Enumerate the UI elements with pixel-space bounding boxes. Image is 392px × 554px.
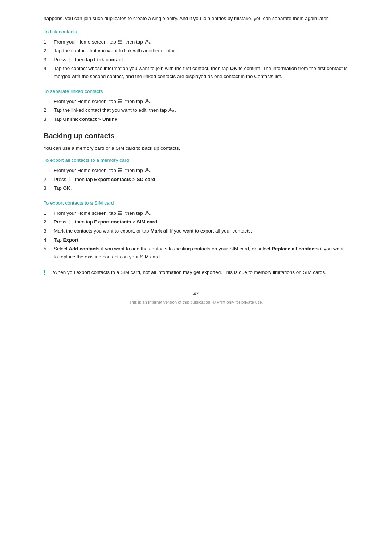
export-memory-card-list: 1 From your Home screen, tap , then tap … <box>44 167 348 192</box>
footer-text: This is an Internet version of this publ… <box>44 300 348 304</box>
list-item: 4 Tap Export. <box>44 236 348 244</box>
step-number: 3 <box>44 56 54 64</box>
list-item: 4 Tap the contact whose information you … <box>44 65 348 80</box>
step-content: Press ⋮, then tap Export contacts > SD c… <box>54 176 348 184</box>
export-sim-card-list: 1 From your Home screen, tap , then tap … <box>44 209 348 261</box>
step-number: 3 <box>44 184 54 192</box>
person-icon <box>144 98 150 104</box>
list-item: 1 From your Home screen, tap , then tap … <box>44 98 348 106</box>
intro-text: happens, you can join such duplicates to… <box>44 15 348 22</box>
list-item: 3 Press ⋮, then tap Link contact. <box>44 56 348 64</box>
menu-icon: ⋮ <box>68 57 72 62</box>
note-block: ! When you export contacts to a SIM card… <box>44 268 348 276</box>
list-item: 3 Tap Unlink contact > Unlink. <box>44 115 348 123</box>
step-number: 2 <box>44 47 54 55</box>
svg-point-3 <box>172 110 174 112</box>
step-number: 1 <box>44 209 54 217</box>
separate-contacts-list: 1 From your Home screen, tap , then tap … <box>44 98 348 123</box>
note-icon: ! <box>44 269 50 276</box>
export-memory-card-heading: To export all contacts to a memory card <box>44 157 348 163</box>
step-number: 4 <box>44 65 54 80</box>
step-number: 2 <box>44 218 54 226</box>
step-content: From your Home screen, tap , then tap . <box>54 38 348 46</box>
person-icon <box>144 167 150 173</box>
svg-point-1 <box>146 99 148 101</box>
person-icon <box>144 210 150 216</box>
separate-contacts-heading: To separate linked contacts <box>44 89 348 94</box>
list-item: 2 Tap the contact that you want to link … <box>44 47 348 55</box>
link-contacts-list: 1 From your Home screen, tap , then tap … <box>44 38 348 81</box>
step-content: Tap the contact that you want to link wi… <box>54 47 348 55</box>
step-content: Press ⋮, then tap Link contact. <box>54 56 348 64</box>
list-item: 2 Press ⋮, then tap Export contacts > SD… <box>44 176 348 184</box>
grid-icon <box>118 99 122 103</box>
step-number: 3 <box>44 115 54 123</box>
grid-icon <box>118 168 122 172</box>
step-content: Press ⋮, then tap Export contacts > SIM … <box>54 218 348 226</box>
svg-point-0 <box>146 40 148 42</box>
step-number: 2 <box>44 106 54 114</box>
list-item: 3 Tap OK. <box>44 184 348 192</box>
svg-point-6 <box>146 211 148 213</box>
step-number: 4 <box>44 236 54 244</box>
person-icon <box>144 39 150 45</box>
step-content: Tap the contact whose information you wa… <box>54 65 348 80</box>
step-number: 5 <box>44 245 54 260</box>
list-item: 2 Press ⋮, then tap Export contacts > SI… <box>44 218 348 226</box>
step-content: Tap Unlink contact > Unlink. <box>54 115 348 123</box>
step-number: 3 <box>44 227 54 235</box>
backing-up-heading: Backing up contacts <box>44 132 348 140</box>
list-item: 2 Tap the linked contact that you want t… <box>44 106 348 114</box>
svg-point-2 <box>170 108 171 110</box>
grid-icon <box>118 40 122 44</box>
export-sim-card-section: To export contacts to a SIM card 1 From … <box>44 200 348 261</box>
list-item: 1 From your Home screen, tap , then tap … <box>44 38 348 46</box>
step-content: Tap OK. <box>54 184 348 192</box>
export-memory-card-section: To export all contacts to a memory card … <box>44 157 348 192</box>
list-item: 3 Mark the contacts you want to export, … <box>44 227 348 235</box>
backing-up-intro: You can use a memory card or a SIM card … <box>44 144 348 152</box>
list-item: 1 From your Home screen, tap , then tap … <box>44 167 348 175</box>
step-number: 1 <box>44 38 54 46</box>
link-contacts-heading: To link contacts <box>44 29 348 34</box>
backing-up-section: Backing up contacts You can use a memory… <box>44 132 348 152</box>
step-content: From your Home screen, tap , then tap . <box>54 209 348 217</box>
page-number: 47 <box>44 291 348 296</box>
note-text: When you export contacts to a SIM card, … <box>53 268 326 276</box>
list-item: 5 Select Add contacts if you want to add… <box>44 245 348 260</box>
step-content: From your Home screen, tap , then tap . <box>54 98 348 106</box>
separate-contacts-section: To separate linked contacts 1 From your … <box>44 89 348 123</box>
svg-point-5 <box>146 168 148 170</box>
step-number: 2 <box>44 176 54 184</box>
person-link-icon <box>168 107 175 113</box>
step-number: 1 <box>44 98 54 106</box>
link-contacts-section: To link contacts 1 From your Home screen… <box>44 29 348 81</box>
step-content: Tap the linked contact that you want to … <box>54 106 348 114</box>
page: happens, you can join such duplicates to… <box>0 0 392 554</box>
step-content: From your Home screen, tap , then tap . <box>54 167 348 175</box>
menu-icon: ⋮ <box>68 177 72 181</box>
list-item: 1 From your Home screen, tap , then tap … <box>44 209 348 217</box>
step-number: 1 <box>44 167 54 175</box>
step-content: Select Add contacts if you want to add t… <box>54 245 348 260</box>
export-sim-card-heading: To export contacts to a SIM card <box>44 200 348 206</box>
grid-icon <box>118 211 122 215</box>
step-content: Tap Export. <box>54 236 348 244</box>
step-content: Mark the contacts you want to export, or… <box>54 227 348 235</box>
menu-icon: ⋮ <box>68 219 72 224</box>
